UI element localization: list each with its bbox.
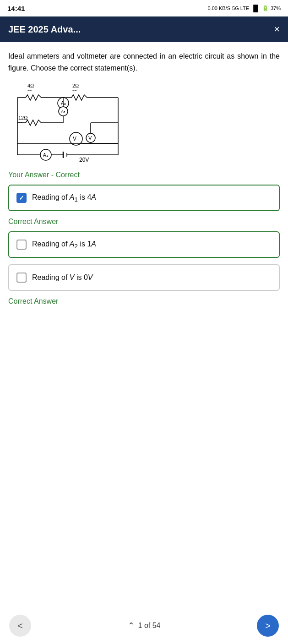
status-bar: 14:41 0.00 KB/S 5G LTE ▐▌ 🔋 37% [0,0,288,16]
main-content: Ideal ammeters and voltmeter are connect… [0,42,288,348]
network-speed: 0.00 KB/S [207,5,230,11]
svg-text:12Ω: 12Ω [18,115,27,120]
correct-option-2-checkbox [16,273,27,283]
page-info: ⌃ 1 of 54 [128,621,161,631]
correct-option-1-checkbox [16,240,27,250]
question-text: Ideal ammeters and voltmeter are connect… [8,50,280,74]
app-header: JEE 2025 Adva... × [0,16,288,42]
svg-text:~~: ~~ [72,88,77,93]
status-icons: 0.00 KB/S 5G LTE ▐▌ 🔋 37% [207,5,281,12]
svg-text:20V: 20V [79,157,89,162]
up-icon[interactable]: ⌃ [128,621,135,631]
battery-icon: 🔋 [262,5,269,11]
next-icon: > [265,621,271,631]
svg-text:2Ω: 2Ω [72,83,79,88]
signal-icon: ▐▌ [251,5,260,12]
svg-text:V: V [88,135,92,141]
prev-icon: < [17,621,23,631]
status-time: 14:41 [7,5,25,12]
correct-answer-label-1: Correct Answer [8,218,280,226]
battery-level: 37% [271,5,281,11]
correct-option-2-text: Reading of V is 0V [32,273,93,282]
correct-option-1-text: Reading of A2 is 1A [32,240,96,250]
answer-checkbox-checked [16,193,27,203]
bottom-navigation: < ⌃ 1 of 54 > [0,609,288,644]
circuit-diagram: 4Ω ~~ 2Ω ~~ A₂ V [8,79,280,162]
header-title: JEE 2025 Adva... [8,24,81,35]
page-text: 1 of 54 [138,622,161,630]
svg-text:~~: ~~ [27,88,33,93]
svg-text:~~: ~~ [18,120,23,125]
your-answer-label: Your Answer - Correct [8,171,280,179]
your-answer-option: Reading of A1 is 4A [8,185,280,211]
svg-text:A₂: A₂ [61,109,65,114]
prev-button[interactable]: < [9,615,31,637]
close-button[interactable]: × [274,24,280,34]
correct-option-1: Reading of A2 is 1A [8,231,280,258]
correct-option-2: Reading of V is 0V [8,264,280,291]
svg-text:4Ω: 4Ω [27,83,34,88]
next-button[interactable]: > [257,615,279,637]
your-answer-text: Reading of A1 is 4A [32,193,96,203]
circuit-svg: 4Ω ~~ 2Ω ~~ A₂ V [8,79,132,162]
svg-text:A₁: A₁ [43,153,48,158]
correct-answer-label-2: Correct Answer [8,297,280,306]
svg-text:V: V [73,136,76,142]
network-type: 5G LTE [232,5,249,11]
